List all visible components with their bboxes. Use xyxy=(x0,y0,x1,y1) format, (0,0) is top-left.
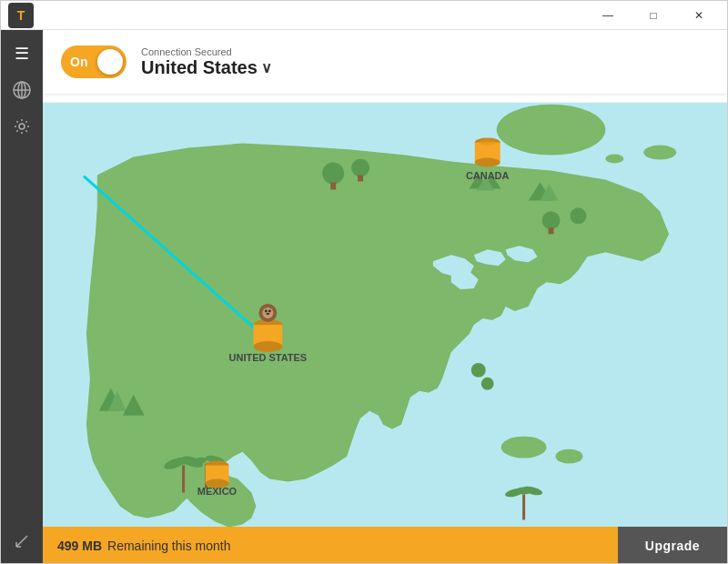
window-controls: — □ ✕ xyxy=(587,1,720,30)
app-body: ☰ On xyxy=(1,30,727,564)
header-panel: On Connection Secured United States ∨ xyxy=(43,30,727,94)
sidebar-globe-icon[interactable] xyxy=(5,74,38,106)
svg-point-24 xyxy=(471,363,486,378)
location-name: United States xyxy=(141,57,258,78)
us-label: UNITED STATES xyxy=(229,352,308,363)
mexico-label: MEXICO xyxy=(197,486,238,497)
map-container: CANADA UNITED STATES xyxy=(43,94,727,564)
sidebar-resize-icon[interactable] xyxy=(5,525,38,558)
svg-point-25 xyxy=(481,378,494,390)
svg-point-19 xyxy=(351,158,369,176)
svg-point-10 xyxy=(605,155,623,164)
bottom-bar: 499 MB Remaining this month Upgrade xyxy=(43,527,727,564)
app-logo: T xyxy=(8,3,34,28)
svg-point-7 xyxy=(501,437,547,458)
svg-point-46 xyxy=(253,341,282,352)
svg-point-36 xyxy=(516,488,532,495)
svg-point-21 xyxy=(542,211,561,229)
svg-point-4 xyxy=(19,124,25,129)
toggle-track[interactable]: On xyxy=(61,45,126,78)
connection-info: Connection Secured United States ∨ xyxy=(141,46,272,78)
svg-point-23 xyxy=(570,207,586,224)
remaining-info: 499 MB Remaining this month xyxy=(43,527,618,564)
main-area: On Connection Secured United States ∨ xyxy=(43,30,727,564)
sidebar-settings-icon[interactable] xyxy=(5,110,38,143)
titlebar: T — □ ✕ xyxy=(1,1,727,30)
svg-point-42 xyxy=(475,158,500,167)
connection-location[interactable]: United States ∨ xyxy=(141,57,272,78)
titlebar-left: T xyxy=(1,3,34,28)
svg-point-43 xyxy=(479,140,497,146)
minimize-button[interactable]: — xyxy=(587,1,629,30)
connection-status: Connection Secured xyxy=(141,46,272,57)
svg-rect-18 xyxy=(330,182,336,189)
close-button[interactable]: ✕ xyxy=(678,1,720,30)
svg-point-6 xyxy=(497,105,606,156)
svg-point-8 xyxy=(556,449,583,464)
svg-point-9 xyxy=(643,146,676,160)
canada-server-marker xyxy=(475,138,500,167)
location-chevron: ∨ xyxy=(261,59,272,76)
svg-point-53 xyxy=(266,313,269,315)
svg-point-51 xyxy=(265,310,268,313)
svg-rect-20 xyxy=(358,175,363,181)
remaining-mb: 499 MB xyxy=(57,539,102,553)
upgrade-button[interactable]: Upgrade xyxy=(618,527,727,564)
toggle-knob xyxy=(97,49,123,75)
remaining-text: Remaining this month xyxy=(107,539,230,553)
svg-point-50 xyxy=(262,307,273,318)
sidebar: ☰ xyxy=(1,30,43,564)
mexico-server-marker xyxy=(206,461,229,488)
canada-label: CANADA xyxy=(466,170,510,181)
svg-point-17 xyxy=(322,162,344,184)
map-svg: CANADA UNITED STATES xyxy=(43,94,727,564)
maximize-button[interactable]: □ xyxy=(632,1,674,30)
svg-point-52 xyxy=(268,310,271,313)
toggle-label: On xyxy=(70,55,87,69)
vpn-toggle[interactable]: On xyxy=(61,45,126,78)
sidebar-menu-icon[interactable]: ☰ xyxy=(5,37,38,70)
svg-rect-22 xyxy=(549,227,554,234)
